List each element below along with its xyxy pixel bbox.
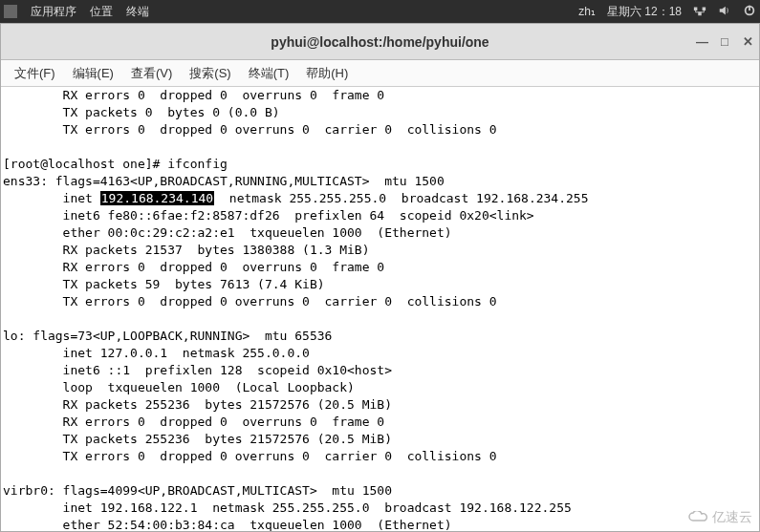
gnome-apps-icon[interactable] [4,5,17,18]
minimize-button[interactable]: — [696,34,707,49]
menu-view[interactable]: 查看(V) [123,63,180,84]
svg-rect-4 [749,5,750,10]
svg-rect-0 [694,7,698,11]
terminal-content[interactable]: RX errors 0 dropped 0 overruns 0 frame 0… [1,87,759,531]
network-icon[interactable] [693,4,706,20]
sound-icon[interactable] [718,4,731,20]
clock[interactable]: 星期六 12：18 [607,4,682,20]
input-lang-indicator[interactable]: zh₁ [578,5,596,18]
top-panel: 应用程序 位置 终端 zh₁ 星期六 12：18 [0,0,760,23]
window-title: pyhui@localhost:/home/pyhui/one [271,34,489,50]
power-icon[interactable] [743,4,756,20]
menu-terminal[interactable]: 终端(T) [241,63,297,84]
menu-search[interactable]: 搜索(S) [182,63,238,84]
watermark: 亿速云 [687,509,752,526]
menu-help[interactable]: 帮助(H) [298,63,356,84]
maximize-button[interactable]: □ [719,34,730,49]
terminal-window: pyhui@localhost:/home/pyhui/one — □ ✕ 文件… [0,23,760,532]
menu-file[interactable]: 文件(F) [7,63,63,84]
svg-rect-1 [703,7,706,11]
close-button[interactable]: ✕ [742,34,753,49]
menu-applications[interactable]: 应用程序 [31,4,76,20]
highlighted-ip: 192.168.234.140 [100,191,214,205]
menu-edit[interactable]: 编辑(E) [65,63,121,84]
menubar: 文件(F) 编辑(E) 查看(V) 搜索(S) 终端(T) 帮助(H) [1,60,759,87]
titlebar[interactable]: pyhui@localhost:/home/pyhui/one — □ ✕ [1,24,759,60]
menu-places[interactable]: 位置 [90,4,113,20]
menu-terminal[interactable]: 终端 [126,4,149,20]
